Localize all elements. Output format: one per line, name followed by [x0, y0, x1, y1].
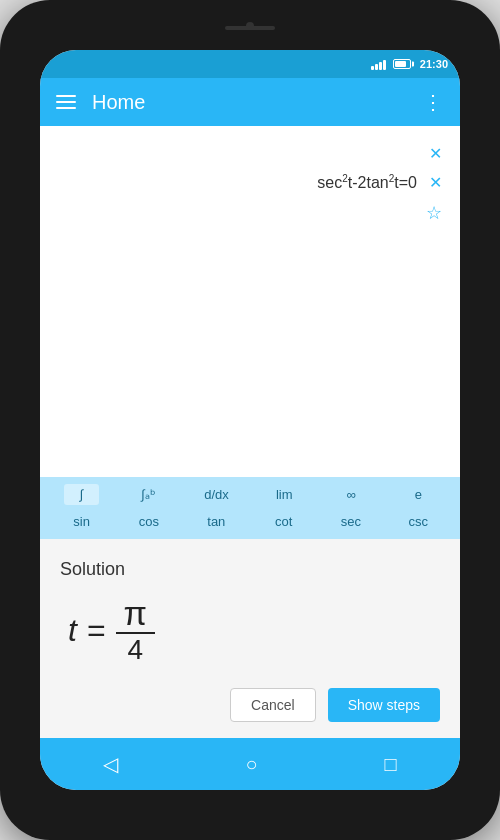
solution-math: t = π 4: [60, 596, 440, 664]
phone-speaker: [225, 26, 275, 30]
fraction-denominator: 4: [128, 636, 144, 664]
key-integral[interactable]: ∫: [64, 484, 99, 505]
bottom-nav: ◁ ○ □: [40, 738, 460, 790]
solution-variable: t: [68, 612, 77, 649]
keyboard-row-1: ∫ ∫ₐᵇ d/dx lim ∞ e: [40, 481, 460, 508]
battery-icon: [393, 59, 411, 69]
solution-buttons: Cancel Show steps: [60, 688, 440, 722]
phone-frame: 21:30 Home ⋮ ✕ sec2t-2tan2t=: [0, 0, 500, 840]
equation-row: sec2t-2tan2t=0 ✕: [56, 171, 444, 194]
status-bar-right: 21:30: [371, 58, 448, 70]
keyboard-row-2: sin cos tan cot sec csc: [40, 508, 460, 535]
phone-screen: 21:30 Home ⋮ ✕ sec2t-2tan2t=: [40, 50, 460, 790]
fraction-numerator: π: [116, 596, 155, 630]
cancel-button[interactable]: Cancel: [230, 688, 316, 722]
toolbar-title: Home: [92, 91, 423, 114]
close-icon-top[interactable]: ✕: [427, 142, 444, 165]
key-infinity[interactable]: ∞: [334, 484, 369, 505]
equation-display: sec2t-2tan2t=0: [317, 173, 417, 192]
content-area: ✕ sec2t-2tan2t=0 ✕ ☆ ∫ ∫ₐᵇ d/dx lim: [40, 126, 460, 738]
close-equation-button[interactable]: ✕: [427, 171, 444, 194]
home-button[interactable]: ○: [237, 745, 265, 784]
recents-button[interactable]: □: [376, 745, 404, 784]
key-definite-integral[interactable]: ∫ₐᵇ: [131, 484, 166, 505]
solution-title: Solution: [60, 559, 440, 580]
solution-panel: Solution t = π 4 Cancel Show steps: [40, 539, 460, 738]
signal-icon: [371, 58, 386, 70]
math-keyboard: ∫ ∫ₐᵇ d/dx lim ∞ e sin cos tan cot sec c…: [40, 477, 460, 539]
key-euler[interactable]: e: [401, 484, 436, 505]
star-row: ☆: [56, 200, 444, 226]
status-bar: 21:30: [40, 50, 460, 78]
key-limit[interactable]: lim: [267, 484, 302, 505]
key-sin[interactable]: sin: [64, 511, 99, 532]
back-button[interactable]: ◁: [95, 744, 126, 784]
status-time: 21:30: [420, 58, 448, 70]
show-steps-button[interactable]: Show steps: [328, 688, 440, 722]
solution-fraction: π 4: [116, 596, 155, 664]
more-menu-button[interactable]: ⋮: [423, 90, 444, 114]
key-cot[interactable]: cot: [266, 511, 301, 532]
key-cos[interactable]: cos: [131, 511, 166, 532]
menu-button[interactable]: [56, 95, 76, 109]
key-tan[interactable]: tan: [199, 511, 234, 532]
toolbar: Home ⋮: [40, 78, 460, 126]
solution-equals: =: [87, 612, 106, 649]
key-sec[interactable]: sec: [333, 511, 368, 532]
empty-equation-row: ✕: [56, 142, 444, 165]
key-derivative[interactable]: d/dx: [198, 484, 235, 505]
key-csc[interactable]: csc: [401, 511, 436, 532]
equation-area: ✕ sec2t-2tan2t=0 ✕ ☆: [40, 126, 460, 477]
favorite-icon[interactable]: ☆: [424, 200, 444, 226]
